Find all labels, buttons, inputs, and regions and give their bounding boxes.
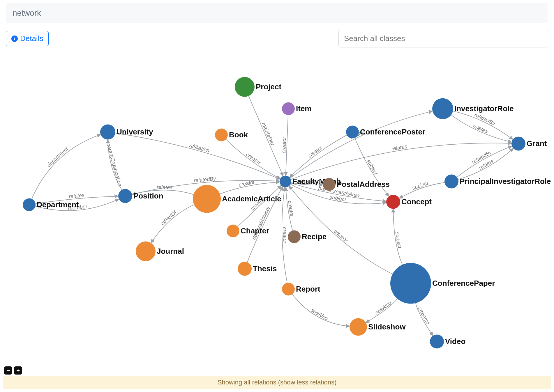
edge-label: creator (307, 144, 324, 159)
svg-point-11 (288, 230, 301, 243)
node-label: AcademicArticle (222, 194, 281, 203)
node-label: PrincipalInvestigatorRole (460, 177, 551, 186)
node-label: University (117, 127, 153, 136)
edge-label: relates (472, 123, 488, 134)
svg-point-13 (323, 178, 336, 191)
svg-point-0 (23, 198, 36, 211)
node-label: Item (296, 104, 311, 113)
svg-point-17 (444, 175, 458, 189)
node-label: Concept (401, 197, 432, 206)
node-label: ConferencePoster (360, 127, 425, 136)
node-label: InvestigatorRole (454, 104, 514, 113)
node-label: Slideshow (368, 322, 406, 331)
edge-label: parentOrganization (105, 142, 123, 187)
edge-label: isPartOf (160, 209, 178, 226)
svg-point-3 (235, 77, 255, 97)
node-University[interactable]: University (100, 125, 153, 140)
svg-point-6 (193, 185, 221, 213)
edge-label: relates (391, 143, 407, 152)
edge (115, 133, 280, 179)
edge-label: subject (411, 180, 429, 191)
zoom-controls: − + (4, 366, 22, 375)
node-Chapter[interactable]: Chapter (227, 225, 269, 237)
edge-label: creator (282, 227, 288, 244)
edge-label: seeAlso (417, 306, 431, 325)
node-label: Department (37, 200, 79, 209)
edge-label: relatedBy (193, 176, 216, 184)
node-Report[interactable]: Report (282, 283, 320, 296)
node-PostalAddress[interactable]: PostalAddress (323, 178, 390, 191)
details-button-label: Details (20, 34, 43, 43)
svg-point-21 (430, 335, 444, 349)
node-Slideshow[interactable]: Slideshow (350, 318, 406, 336)
search-input[interactable] (338, 30, 548, 47)
node-label: Video (445, 337, 465, 346)
svg-point-5 (282, 102, 295, 115)
graph-svg: departmentparentOrganizationrelatesmembe… (3, 58, 551, 375)
app-root: i Details departmentparentOrganizationre… (0, 0, 554, 392)
footer-prefix: Showing all relations (218, 379, 278, 386)
filter-input[interactable] (6, 3, 548, 23)
edge-label: maintainer (261, 122, 276, 147)
node-Grant[interactable]: Grant (511, 137, 547, 151)
edge-label: creator (333, 228, 349, 243)
node-PrincipalInvestigatorRole[interactable]: PrincipalInvestigatorRole (444, 175, 551, 189)
toggle-relations-link[interactable]: (show less relations) (278, 379, 337, 386)
node-label: Book (229, 130, 248, 139)
edge (290, 135, 347, 177)
node-Recipe[interactable]: Recipe (288, 230, 327, 243)
edge (32, 134, 101, 199)
edge-label: department (46, 146, 69, 168)
edge-label: creator (287, 200, 295, 217)
edge (290, 111, 433, 178)
node-label: PostalAddress (337, 180, 390, 189)
node-Position[interactable]: Position (118, 189, 163, 203)
edge (292, 294, 350, 326)
node-label: Position (133, 191, 163, 200)
svg-point-15 (432, 98, 453, 119)
svg-point-16 (511, 137, 525, 151)
edge-label: creator (281, 136, 287, 153)
node-label: ConferencePaper (432, 279, 495, 288)
svg-point-1 (100, 125, 115, 140)
node-InvestigatorRole[interactable]: InvestigatorRole (432, 98, 514, 119)
edge-label: seeAlso (310, 307, 329, 322)
node-label: Recipe (302, 232, 327, 241)
node-Item[interactable]: Item (282, 102, 311, 115)
node-Thesis[interactable]: Thesis (238, 262, 277, 276)
edge-label: seeAlso (374, 300, 392, 315)
svg-point-18 (386, 195, 400, 209)
svg-point-19 (390, 263, 431, 304)
node-Book[interactable]: Book (215, 129, 248, 141)
node-label: Chapter (241, 226, 269, 235)
details-button[interactable]: i Details (6, 31, 49, 46)
svg-point-12 (280, 176, 291, 187)
svg-point-14 (346, 126, 359, 139)
node-Concept[interactable]: Concept (386, 195, 432, 209)
edge-label: relates (157, 184, 172, 190)
node-label: Project (256, 82, 281, 91)
node-label: Journal (157, 247, 184, 256)
node-ConferencePaper[interactable]: ConferencePaper (390, 263, 495, 304)
info-icon: i (11, 36, 18, 42)
node-label: Report (296, 285, 320, 293)
node-Video[interactable]: Video (430, 335, 465, 349)
node-label: Grant (527, 139, 547, 148)
node-Journal[interactable]: Journal (136, 242, 184, 261)
svg-point-9 (238, 262, 252, 276)
svg-point-2 (118, 189, 132, 203)
graph-canvas[interactable]: departmentparentOrganizationrelatesmembe… (3, 58, 551, 375)
svg-point-10 (282, 283, 295, 296)
zoom-in-button[interactable]: + (14, 366, 22, 375)
zoom-out-button[interactable]: − (4, 366, 12, 375)
svg-point-8 (227, 225, 239, 237)
node-Project[interactable]: Project (235, 77, 281, 97)
edge-label: creator (245, 151, 262, 166)
node-label: Thesis (253, 264, 277, 273)
edge (457, 146, 512, 177)
svg-point-20 (350, 318, 367, 336)
edge-label: affiliation (189, 142, 210, 153)
toolbar-row: i Details (6, 30, 548, 47)
svg-point-4 (215, 129, 228, 141)
relations-footer: Showing all relations (show less relatio… (3, 376, 551, 389)
